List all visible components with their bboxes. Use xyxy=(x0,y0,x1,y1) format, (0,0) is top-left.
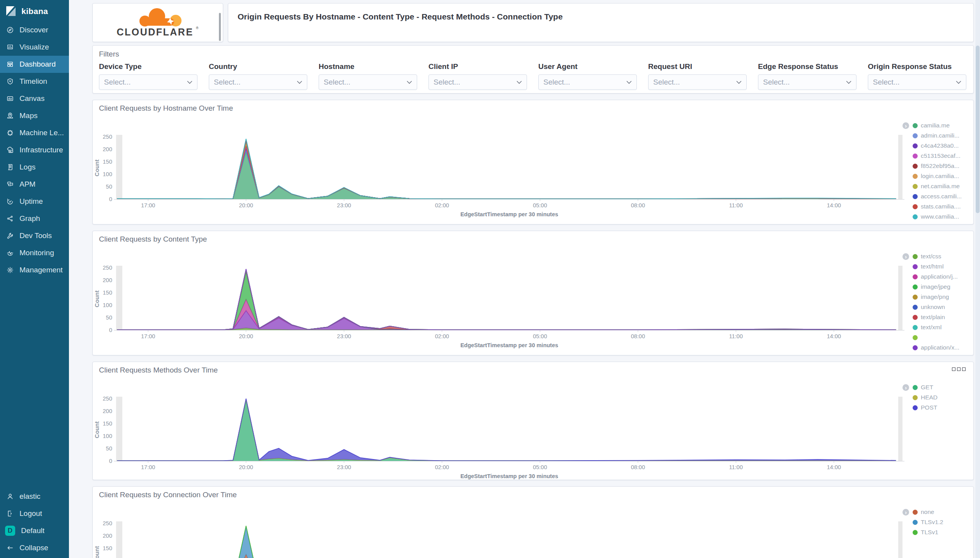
kibana-logo[interactable]: kibana xyxy=(0,0,69,21)
legend-item[interactable]: GET xyxy=(913,382,968,392)
legend-item[interactable]: HEAD xyxy=(913,392,968,403)
legend-expand-icon[interactable]: › xyxy=(902,122,909,129)
filter-select-origin-response-status[interactable]: Select... xyxy=(868,74,966,90)
svg-text:20:00: 20:00 xyxy=(239,333,253,339)
area-chart-canvas[interactable]: 050100150200250Count17:0020:0023:0002:00… xyxy=(93,378,906,480)
series-area-www.camilia... xyxy=(117,139,896,199)
filter-select-client-ip[interactable]: Select... xyxy=(428,74,527,90)
filter-origin-response-status: Origin Response StatusSelect... xyxy=(868,62,966,90)
legend-item[interactable]: unknown xyxy=(913,302,968,312)
filter-select-user-agent[interactable]: Select... xyxy=(538,74,637,90)
dashboard-title: Origin Requests By Hostname - Content Ty… xyxy=(238,12,964,21)
legend-item[interactable]: admin.camili... xyxy=(913,131,968,141)
sidebar-item-visualize[interactable]: Visualize xyxy=(0,39,69,56)
filter-select-hostname[interactable]: Select... xyxy=(319,74,417,90)
filter-select-edge-response-status[interactable]: Select... xyxy=(758,74,857,90)
legend-item-label: c513153ecaf... xyxy=(921,152,961,159)
area-chart-canvas[interactable]: 050100150200250Count17:0020:0023:0002:00… xyxy=(93,117,906,218)
svg-text:02:00: 02:00 xyxy=(435,202,449,208)
svg-text:150: 150 xyxy=(103,420,112,427)
svg-text:200: 200 xyxy=(103,277,112,283)
legend-item[interactable]: TLSv1 xyxy=(913,527,968,537)
kibana-wordmark: kibana xyxy=(21,7,48,16)
legend-item[interactable]: application/x... xyxy=(913,343,968,353)
svg-text:250: 250 xyxy=(103,265,112,271)
sidebar-item-machine-le[interactable]: Machine Le... xyxy=(0,124,69,141)
filter-select-request-uri[interactable]: Select... xyxy=(648,74,747,90)
legend-color-dot xyxy=(913,405,918,410)
logo-panel-scrollbar[interactable] xyxy=(219,13,221,41)
legend-color-dot xyxy=(913,510,918,515)
sidebar-item-monitoring[interactable]: Monitoring xyxy=(0,244,69,261)
panel-options-icon[interactable] xyxy=(952,367,966,371)
svg-text:100: 100 xyxy=(103,433,112,439)
filter-label: Client IP xyxy=(428,62,527,71)
filter-select-device-type[interactable]: Select... xyxy=(99,74,197,90)
legend-color-dot xyxy=(913,143,918,148)
legend-item[interactable]: stats.camilia.... xyxy=(913,201,968,212)
filter-select-country[interactable]: Select... xyxy=(209,74,307,90)
legend-item[interactable]: text/css xyxy=(913,251,968,261)
legend-expand-icon[interactable]: › xyxy=(902,509,909,516)
legend-item[interactable]: login.camilia... xyxy=(913,171,968,181)
options-square xyxy=(962,367,966,371)
legend-item[interactable]: access.camili... xyxy=(913,191,968,201)
legend-expand-icon[interactable]: › xyxy=(902,384,909,391)
legend-item[interactable]: text/html xyxy=(913,261,968,272)
svg-text:08:00: 08:00 xyxy=(631,464,645,470)
legend-item[interactable]: TLSv1.2 xyxy=(913,517,968,527)
page-scrollbar-thumb[interactable] xyxy=(976,46,980,213)
chevron-down-icon xyxy=(297,81,302,84)
sidebar-item-graph[interactable]: Graph xyxy=(0,210,69,227)
sidebar-item-timelion[interactable]: Timelion xyxy=(0,73,69,90)
series-area-access.camili... xyxy=(117,141,896,199)
legend-item[interactable]: none xyxy=(913,507,968,517)
sidebar-item-logout[interactable]: Logout xyxy=(0,505,69,522)
sidebar-item-logs[interactable]: Logs xyxy=(0,159,69,176)
sidebar-item-label: Graph xyxy=(19,214,40,223)
area-chart-canvas[interactable]: 050100150200250Count17:0020:0023:0002:00… xyxy=(93,503,906,558)
legend-item[interactable]: net.camilia.me xyxy=(913,181,968,191)
series-area-text/xml xyxy=(117,270,896,330)
legend-item[interactable]: www.camilia... xyxy=(913,212,968,222)
legend-item[interactable]: POST xyxy=(913,403,968,413)
sidebar-item-apm[interactable]: APM xyxy=(0,176,69,193)
sidebar-item-dev-tools[interactable]: Dev Tools xyxy=(0,227,69,244)
sidebar-item-discover[interactable]: Discover xyxy=(0,21,69,39)
legend-color-dot xyxy=(913,194,918,199)
sidebar-nav: DiscoverVisualizeDashboardTimelionCanvas… xyxy=(0,21,69,279)
area-chart-canvas[interactable]: 050100150200250Count17:0020:0023:0002:00… xyxy=(93,247,906,349)
chart-panel-2: Client Requests by Content Type050100150… xyxy=(92,231,974,355)
sidebar-item-maps[interactable]: Maps xyxy=(0,107,69,124)
visualize-icon xyxy=(7,44,14,51)
svg-text:250: 250 xyxy=(103,396,112,402)
filter-select-placeholder: Select... xyxy=(763,78,790,87)
logout-icon xyxy=(7,510,14,517)
sidebar-item-collapse[interactable]: Collapse xyxy=(0,539,69,556)
sidebar-item-uptime[interactable]: Uptime xyxy=(0,193,69,210)
legend-item[interactable]: image/png xyxy=(913,292,968,302)
collapse-icon xyxy=(7,544,14,551)
svg-text:Count: Count xyxy=(93,546,100,558)
cloudflare-logo-panel: CLOUDFLARE ® xyxy=(92,3,223,42)
sidebar-item-elastic[interactable]: elastic xyxy=(0,488,69,505)
legend-item[interactable]: c513153ecaf... xyxy=(913,151,968,161)
sidebar-item-infrastructure[interactable]: Infrastructure xyxy=(0,141,69,159)
legend-item[interactable]: image/jpeg xyxy=(913,282,968,292)
svg-text:23:00: 23:00 xyxy=(337,333,351,339)
sidebar-item-default[interactable]: DDefault xyxy=(0,522,69,539)
legend-item[interactable]: f8522ebf95a... xyxy=(913,161,968,171)
legend-item[interactable]: camilia.me xyxy=(913,120,968,131)
legend-item[interactable]: c4ca4238a0... xyxy=(913,141,968,151)
sidebar-item-canvas[interactable]: Canvas xyxy=(0,90,69,107)
sidebar-item-dashboard[interactable]: Dashboard xyxy=(0,56,69,73)
sidebar-item-management[interactable]: Management xyxy=(0,261,69,279)
legend-item[interactable]: text/plain xyxy=(913,312,968,322)
legend-expand-icon[interactable]: › xyxy=(902,253,909,260)
svg-text:200: 200 xyxy=(103,408,112,414)
legend-item[interactable]: application/j... xyxy=(913,272,968,282)
legend-item-label: application/j... xyxy=(921,273,958,280)
chart-panel-4: Client Requests by Connection Over Time0… xyxy=(92,486,974,558)
legend-item[interactable]: text/xml xyxy=(913,322,968,332)
legend-item[interactable] xyxy=(913,332,968,343)
